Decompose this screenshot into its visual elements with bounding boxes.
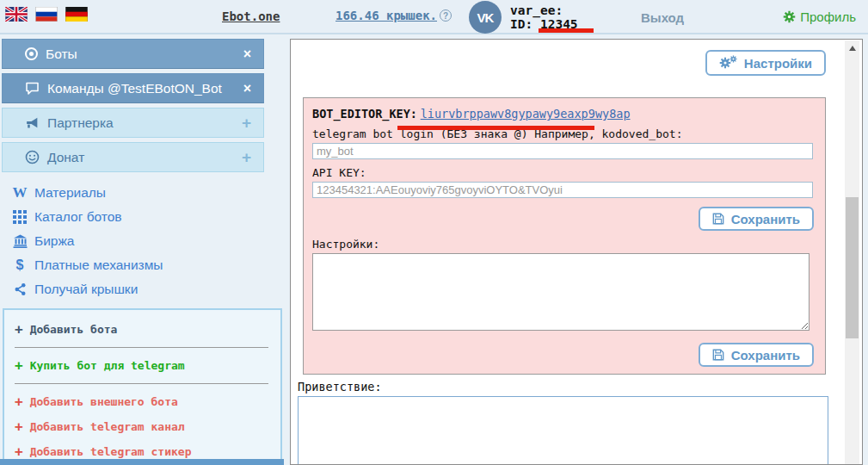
sidebar-item-partnership[interactable]: Партнерка + (2, 108, 264, 138)
bot-editor-key-link[interactable]: liurvbrppawv8gypawy9eaxp9wy8ap (421, 107, 631, 121)
greeting-textarea[interactable] (298, 396, 828, 465)
top-bar: Ebot.one 166.46 крышек. ? VK var_ee: ID:… (0, 0, 868, 34)
logout-link[interactable]: Выход (641, 10, 684, 25)
plus-icon: + (15, 394, 23, 410)
bot-editor-key-row: BOT_EDITOR_KEY: liurvbrppawv8gypawy9eaxp… (312, 107, 816, 121)
api-key-label: API KEY: (312, 166, 816, 179)
page: Ebot.one 166.46 крышек. ? VK var_ee: ID:… (0, 0, 868, 465)
add-telegram-channel-link[interactable]: + Добавить telegram канал (15, 416, 272, 437)
sidebar-item-bots[interactable]: Боты × (2, 39, 264, 69)
expand-icon[interactable]: + (242, 152, 251, 164)
floppy-icon (712, 213, 724, 225)
balance-link[interactable]: 166.46 крышек. (336, 9, 437, 22)
grid-icon (10, 210, 29, 224)
vk-avatar[interactable]: VK (469, 1, 502, 34)
plus-icon: + (15, 357, 23, 374)
sidebar: Боты × Команды @TestEBotON_Bot × Партнер… (0, 34, 284, 465)
cogs-icon (719, 57, 737, 69)
bot-config-panel: BOT_EDITOR_KEY: liurvbrppawv8gypawy9eaxp… (303, 97, 826, 375)
uk-flag-icon[interactable] (5, 7, 28, 22)
gear-icon (783, 10, 796, 23)
germany-flag-icon[interactable] (65, 7, 88, 22)
api-key-input[interactable] (312, 182, 813, 198)
target-icon (25, 47, 38, 60)
vk-logo-icon: VK (477, 10, 494, 25)
profile-link[interactable]: Профиль (783, 9, 856, 24)
plus-icon: + (15, 321, 23, 338)
russia-flag-icon[interactable] (35, 7, 58, 22)
floppy-icon (712, 349, 724, 361)
sidebar-item-bot-catalog[interactable]: Каталог ботов (10, 205, 284, 229)
test-panel-header-strip (0, 459, 284, 465)
divider (15, 347, 268, 348)
plus-icon: + (15, 418, 23, 435)
red-underline-user-id (539, 28, 594, 33)
sidebar-item-get-caps[interactable]: Получай крышки (10, 277, 284, 301)
buy-bot-link[interactable]: + Купить бот для telegram (15, 355, 272, 376)
scrollbar-up-arrow[interactable] (845, 40, 859, 55)
red-underline-editor-key (397, 126, 594, 130)
megaphone-icon (25, 115, 40, 130)
sidebar-item-exchange[interactable]: Биржа (10, 229, 284, 253)
user-info: var_ee: ID: 12345 (510, 3, 578, 31)
help-icon[interactable]: ? (440, 9, 452, 22)
plus-icon: + (15, 443, 23, 460)
greeting-label: Приветствие: (298, 380, 382, 394)
dollar-icon: $ (10, 257, 29, 273)
divider (15, 383, 268, 384)
bot-settings-panel: Настройки BOT_EDITOR_KEY: liurvbrppawv8g… (290, 39, 863, 465)
add-bot-link[interactable]: + Добавить бота (15, 319, 272, 340)
save-button[interactable]: Сохранить (699, 343, 814, 367)
scrollbar (845, 40, 859, 464)
share-icon (10, 282, 29, 296)
scrollbar-thumb[interactable] (846, 197, 859, 338)
username: var_ee: (510, 3, 578, 17)
close-icon[interactable]: × (243, 81, 251, 96)
settings-button[interactable]: Настройки (705, 50, 826, 76)
settings-area-label: Настройки: (312, 238, 816, 251)
language-switcher (5, 7, 88, 22)
smiley-icon (25, 150, 40, 164)
save-button[interactable]: Сохранить (699, 207, 814, 231)
expand-icon[interactable]: + (242, 117, 251, 129)
balance: 166.46 крышек. ? (336, 9, 452, 22)
settings-textarea[interactable] (312, 253, 810, 331)
bot-login-input[interactable] (312, 143, 813, 159)
bank-icon (10, 234, 29, 248)
add-bot-box: + Добавить бота + Купить бот для telegra… (3, 308, 282, 465)
sidebar-item-paid-mechanics[interactable]: $ Платные механизмы (10, 253, 284, 277)
chat-icon (25, 81, 40, 96)
sidebar-links: W Материалы Каталог ботов (10, 181, 284, 301)
brand-link[interactable]: Ebot.one (222, 9, 280, 23)
sidebar-item-donate[interactable]: Донат + (2, 142, 264, 172)
wiki-icon: W (10, 187, 29, 199)
sidebar-item-materials[interactable]: W Материалы (10, 181, 284, 205)
sidebar-item-commands[interactable]: Команды @TestEBotON_Bot × (2, 73, 264, 103)
bot-editor-key-label: BOT_EDITOR_KEY: (312, 107, 417, 121)
add-external-bot-link[interactable]: + Добавить внешнего бота (15, 391, 272, 412)
close-icon[interactable]: × (243, 46, 251, 62)
